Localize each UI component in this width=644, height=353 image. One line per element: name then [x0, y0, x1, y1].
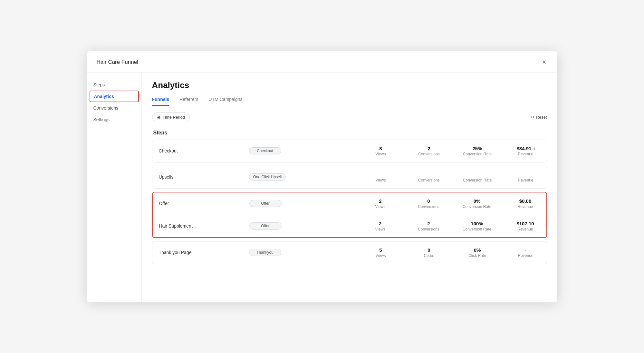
revenue-label: Revenue	[511, 152, 540, 156]
views-label: Views	[366, 253, 395, 258]
views-label: Views	[366, 178, 395, 182]
revenue-value: $0.00	[511, 198, 540, 204]
table-row: Upsells One Click Upsell - Views - Conve…	[152, 166, 547, 189]
stat-conversions: 0 Clicks	[415, 247, 444, 258]
stat-conversion-rate: 0% Conversion Rate	[463, 198, 492, 209]
step-badge-thankyou: Thankyou	[249, 249, 281, 256]
conversions-label: Clicks	[415, 253, 444, 258]
revenue-label: Revenue	[511, 253, 540, 258]
conversion-rate-label: Conversion Rate	[463, 152, 492, 156]
stat-revenue: $34.91 ℹ Revenue	[511, 146, 540, 156]
conversion-rate-value: 0%	[463, 247, 492, 253]
modal: Hair Care Funnel × Steps Analytics Conve…	[87, 51, 557, 302]
reset-button[interactable]: ↺ Reset	[531, 115, 547, 120]
step-name-offer: Offer	[159, 201, 249, 206]
conversions-value: -	[415, 172, 444, 177]
stat-conversion-rate: 0% Click Rate	[463, 247, 492, 258]
sidebar-item-steps[interactable]: Steps	[87, 79, 141, 91]
stat-views: - Views	[366, 172, 395, 182]
conversion-rate-label: Conversion Rate	[463, 227, 492, 231]
views-label: Views	[366, 227, 395, 231]
step-name-hair-supplement: Hair Supplement	[159, 223, 249, 229]
step-stats-hair-supplement: 2 Views 2 Conversions 100% Conversion Ra…	[282, 221, 540, 231]
time-period-button[interactable]: ⊕ Time Period	[152, 113, 190, 122]
table-row: Checkout Checkout 8 Views 2 Conversions …	[152, 140, 547, 162]
modal-body: Steps Analytics Conversions Settings Ana…	[87, 73, 557, 302]
sidebar: Steps Analytics Conversions Settings	[87, 73, 142, 302]
step-stats-upsells: - Views - Conversions - Conversion Rate	[286, 172, 540, 182]
views-label: Views	[366, 152, 395, 156]
step-badge-hair-supplement: Offer	[249, 222, 282, 230]
highlighted-group: Offer Offer 2 Views 0 Conversions	[152, 192, 547, 238]
step-stats-offer: 2 Views 0 Conversions 0% Conversion Rate	[282, 198, 540, 209]
conversions-label: Conversions	[415, 178, 444, 182]
steps-section: Steps Checkout Checkout 8 Views 2 Conver…	[152, 130, 547, 264]
step-stats-checkout: 8 Views 2 Conversions 25% Conversion Rat…	[281, 146, 540, 156]
step-badge-offer: Offer	[249, 200, 282, 207]
step-badge-checkout: Checkout	[249, 147, 281, 154]
views-value: 5	[366, 247, 395, 253]
conversions-label: Conversions	[414, 204, 443, 209]
stat-views: 8 Views	[366, 146, 395, 156]
conversions-label: Conversions	[414, 227, 443, 231]
conversions-label: Conversions	[415, 152, 444, 156]
tab-utm-campaigns[interactable]: UTM Campaigns	[209, 97, 243, 106]
conversion-rate-value: 0%	[463, 198, 492, 204]
stat-conversion-rate: 25% Conversion Rate	[463, 146, 492, 156]
revenue-value: $107.10	[511, 221, 540, 226]
conversion-rate-value: -	[463, 172, 492, 177]
revenue-label: Revenue	[511, 178, 540, 182]
stat-conversions: 2 Conversions	[414, 221, 443, 231]
views-value: 2	[366, 221, 395, 226]
revenue-value: -	[511, 247, 540, 253]
stat-revenue: - Revenue	[511, 172, 540, 182]
sidebar-item-analytics[interactable]: Analytics	[90, 91, 139, 102]
stat-revenue: $107.10 Revenue	[511, 221, 540, 231]
close-button[interactable]: ×	[541, 57, 548, 67]
conversion-rate-value: 25%	[463, 146, 492, 151]
stat-conversion-rate: - Conversion Rate	[463, 172, 492, 182]
stat-conversion-rate: 100% Conversion Rate	[463, 221, 492, 231]
step-badge-upsells: One Click Upsell	[249, 173, 286, 181]
step-name-thankyou: Thank you Page	[159, 250, 249, 255]
reset-label: Reset	[536, 115, 547, 120]
reset-icon: ↺	[531, 115, 534, 120]
page-title: Analytics	[152, 80, 547, 90]
time-period-label: Time Period	[163, 115, 185, 120]
views-label: Views	[366, 204, 395, 209]
table-row: Thank you Page Thankyou 5 Views 0 Clicks…	[152, 241, 547, 264]
views-value: 8	[366, 146, 395, 151]
stat-conversions: 2 Conversions	[415, 146, 444, 156]
step-name-checkout: Checkout	[159, 148, 249, 153]
plus-circle-icon: ⊕	[157, 115, 161, 120]
conversion-rate-value: 100%	[463, 221, 492, 226]
sidebar-item-conversions[interactable]: Conversions	[87, 102, 141, 114]
conversion-rate-label: Conversion Rate	[463, 204, 492, 209]
stat-revenue: $0.00 Revenue	[511, 198, 540, 209]
stat-revenue: - Revenue	[511, 247, 540, 258]
step-stats-thankyou: 5 Views 0 Clicks 0% Click Rate -	[281, 247, 540, 258]
main-content: Analytics Funnels Referrers UTM Campaign…	[142, 73, 557, 302]
stat-conversions: - Conversions	[415, 172, 444, 182]
stat-views: 2 Views	[366, 198, 395, 209]
steps-heading: Steps	[152, 130, 547, 136]
info-icon: ℹ	[533, 147, 535, 151]
tab-funnels[interactable]: Funnels	[152, 97, 169, 106]
revenue-label: Revenue	[511, 204, 540, 209]
step-name-upsells: Upsells	[159, 174, 249, 180]
views-value: 2	[366, 198, 395, 204]
revenue-value: $34.91 ℹ	[511, 146, 540, 151]
toolbar: ⊕ Time Period ↺ Reset	[152, 113, 547, 122]
stat-conversions: 0 Conversions	[414, 198, 443, 209]
table-row: Offer Offer 2 Views 0 Conversions	[153, 192, 546, 215]
sidebar-item-settings[interactable]: Settings	[87, 114, 141, 125]
conversions-value: 0	[415, 247, 444, 253]
views-value: -	[366, 172, 395, 177]
conversions-value: 2	[415, 146, 444, 151]
modal-header: Hair Care Funnel ×	[87, 51, 557, 73]
conversion-rate-label: Conversion Rate	[463, 178, 492, 182]
revenue-value: -	[511, 172, 540, 177]
table-row: Hair Supplement Offer 2 Views 2 Conversi…	[153, 215, 546, 237]
tab-referrers[interactable]: Referrers	[179, 97, 198, 106]
stat-views: 2 Views	[366, 221, 395, 231]
